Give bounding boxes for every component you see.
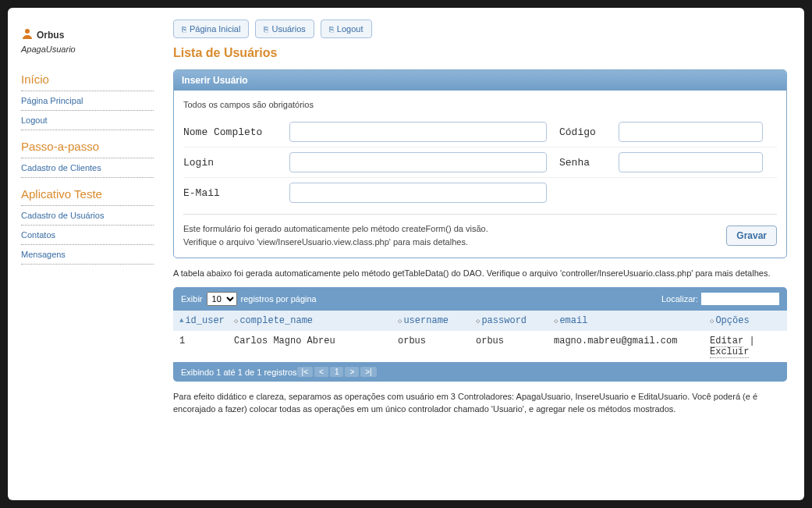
col-id-user[interactable]: ▲id_user — [179, 315, 234, 326]
link-icon: ⎘ — [264, 25, 268, 34]
link-icon: ⎘ — [182, 25, 186, 34]
cell-options: Editar | Excluir — [710, 336, 781, 357]
footer-info: Exibindo 1 até 1 de 1 registros — [181, 368, 297, 377]
pager-last[interactable]: >| — [360, 367, 376, 377]
nav-link-logout[interactable]: Logout — [21, 111, 154, 130]
input-nome[interactable] — [289, 122, 547, 142]
nav-link-cadastro-clientes[interactable]: Cadastro de Clientes — [21, 158, 154, 178]
form-required-note: Todos os campos são obrigatórios — [183, 100, 777, 109]
sidebar: Orbus ApagaUsuario Início Página Princip… — [17, 16, 158, 492]
label-login: Login — [183, 157, 277, 169]
col-opcoes: ◇Opções — [710, 315, 781, 326]
user-icon — [21, 27, 34, 43]
pager: |< < 1 > >| — [297, 367, 377, 377]
pager-page-1[interactable]: 1 — [330, 367, 344, 377]
form-row-login: Login Senha — [183, 147, 777, 177]
link-icon: ⎘ — [329, 25, 334, 34]
brand: Orbus — [21, 27, 154, 43]
input-codigo[interactable] — [619, 122, 763, 142]
nav-link-contatos[interactable]: Contatos — [21, 226, 154, 245]
sort-icon: ◇ — [476, 317, 480, 325]
topbar-logout[interactable]: ⎘Logout — [321, 20, 372, 38]
brand-subtitle: ApagaUsuario — [21, 44, 154, 54]
page-title: Lista de Usuários — [173, 46, 787, 60]
input-email[interactable] — [289, 183, 547, 203]
sort-icon: ◇ — [710, 317, 714, 325]
col-complete-name[interactable]: ◇complete_name — [234, 315, 398, 326]
nav-link-pagina-principal[interactable]: Página Principal — [21, 91, 154, 111]
col-email[interactable]: ◇email — [554, 315, 710, 326]
save-button[interactable]: Gravar — [726, 226, 777, 246]
form-row-email: E-Mail — [183, 177, 777, 208]
form-panel-header: Inserir Usuário — [174, 70, 786, 91]
datatable-panel: Exibir 10 registros por página Localizar… — [173, 287, 787, 382]
sort-icon: ◇ — [234, 317, 238, 325]
form-footer-text: Este formulário foi gerado automaticamen… — [183, 222, 488, 248]
col-password[interactable]: ◇password — [476, 315, 554, 326]
input-senha[interactable] — [619, 152, 763, 172]
topbar-usuarios[interactable]: ⎘Usuários — [255, 20, 314, 38]
main-content: ⎘Página Inicial ⎘Usuários ⎘Logout Lista … — [158, 16, 795, 492]
form-panel-body: Todos os campos são obrigatórios Nome Co… — [174, 91, 786, 258]
topbar-pagina-inicial[interactable]: ⎘Página Inicial — [173, 20, 249, 38]
page-size-select[interactable]: 10 — [207, 292, 237, 306]
search-label: Localizar: — [661, 294, 698, 304]
form-row-nome: Nome Completo Código — [183, 117, 777, 147]
cell-email: magno.mabreu@gmail.com — [554, 336, 710, 357]
input-login[interactable] — [289, 152, 547, 172]
sort-icon: ◇ — [398, 317, 402, 325]
label-nome: Nome Completo — [183, 126, 277, 138]
cell-username: orbus — [398, 336, 476, 357]
pager-first[interactable]: |< — [297, 367, 313, 377]
search-input[interactable] — [701, 293, 779, 305]
nav-heading-aplicativo: Aplicativo Teste — [21, 183, 154, 206]
nav-heading-passo: Passo-a-passo — [21, 135, 154, 158]
edit-link[interactable]: Editar — [710, 336, 743, 347]
form-footer: Este formulário foi gerado automaticamen… — [183, 214, 777, 248]
pager-next[interactable]: > — [345, 367, 359, 377]
topbar: ⎘Página Inicial ⎘Usuários ⎘Logout — [173, 20, 787, 38]
datatable-header: ▲id_user ◇complete_name ◇username ◇passw… — [173, 311, 787, 331]
svg-point-0 — [25, 29, 30, 34]
table-row: 1 Carlos Magno Abreu orbus orbus magno.m… — [173, 331, 787, 362]
bottom-note: Para efeito didático e clareza, separamo… — [173, 391, 787, 415]
table-intro-text: A tabela abaixo foi gerada automaticamen… — [173, 268, 787, 279]
nav-heading-inicio: Início — [21, 68, 154, 91]
show-suffix: registros por página — [241, 294, 317, 304]
pager-prev[interactable]: < — [314, 367, 328, 377]
app-window: Orbus ApagaUsuario Início Página Princip… — [8, 8, 804, 500]
datatable-footer: Exibindo 1 até 1 de 1 registros |< < 1 >… — [173, 362, 787, 382]
cell-password: orbus — [476, 336, 554, 357]
label-email: E-Mail — [183, 187, 277, 199]
show-label: Exibir — [181, 294, 203, 304]
label-codigo: Código — [559, 126, 606, 138]
datatable-topbar: Exibir 10 registros por página Localizar… — [173, 287, 787, 311]
sort-asc-icon: ▲ — [179, 317, 183, 325]
cell-id: 1 — [179, 336, 234, 357]
cell-name: Carlos Magno Abreu — [234, 336, 398, 357]
sort-icon: ◇ — [554, 317, 558, 325]
col-username[interactable]: ◇username — [398, 315, 476, 326]
brand-name: Orbus — [37, 30, 64, 41]
label-senha: Senha — [559, 157, 606, 169]
nav-link-cadastro-usuarios[interactable]: Cadastro de Usuários — [21, 206, 154, 226]
form-panel: Inserir Usuário Todos os campos são obri… — [173, 69, 787, 258]
delete-link[interactable]: Excluir — [710, 346, 749, 358]
nav-link-mensagens[interactable]: Mensagens — [21, 245, 154, 265]
